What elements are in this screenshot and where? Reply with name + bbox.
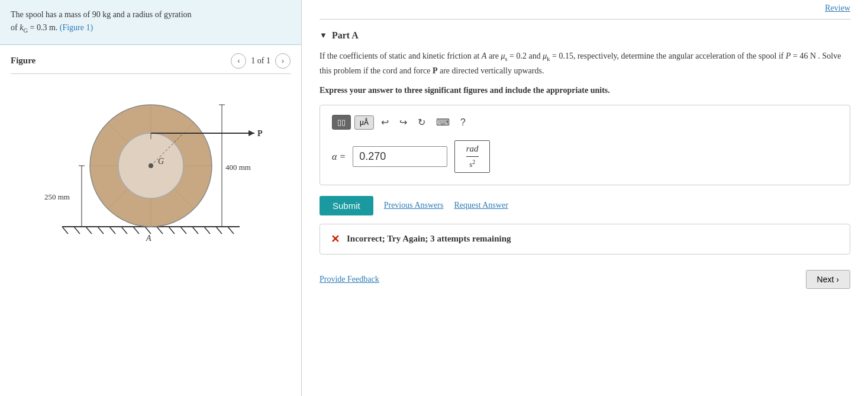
svg-line-14 [216,227,222,234]
spool-figure: G A 250 mm 400 mm [27,80,275,246]
symbol-icon: μÅ [360,118,369,127]
incorrect-text: Incorrect; Try Again; 3 attempts remaini… [347,234,511,244]
next-button[interactable]: Next › [806,270,850,289]
incorrect-box: ✕ Incorrect; Try Again; 3 attempts remai… [320,224,850,255]
a-label: A [146,234,151,243]
svg-line-9 [157,227,163,234]
next-label: Next [817,275,834,284]
part-title: Part A [332,30,359,41]
request-answer-link[interactable]: Request Answer [454,201,508,210]
figure-image-area: G A 250 mm 400 mm [0,74,301,252]
g-label: G [158,157,164,166]
undo-button[interactable]: ↩ [377,115,392,129]
svg-line-10 [169,227,175,234]
part-toggle[interactable]: ▼ [320,31,327,40]
express-line: Express your answer to three significant… [320,86,850,95]
figure-label: Figure [11,56,36,66]
problem-statement: The spool has a mass of 90 kg and a radi… [0,0,301,45]
figure-page: 1 of 1 [251,56,270,66]
svg-line-8 [145,227,151,234]
alpha-label: α = [332,152,346,162]
svg-line-4 [98,227,104,234]
unit-fraction: rad s2 [454,140,490,173]
figure-link[interactable]: (Figure 1) [60,23,93,32]
part-header: ▼ Part A [320,30,850,41]
p-label: P [257,129,263,138]
svg-marker-33 [249,130,254,136]
unit-denominator: s2 [469,158,475,170]
svg-line-12 [192,227,198,234]
dim-250-label: 250 mm [44,192,70,201]
toolbar-layout-btn[interactable]: ▯▯ [332,115,351,130]
dim-400-label: 400 mm [225,163,251,172]
question-text: If the coefficients of static and kineti… [320,49,850,78]
next-figure-button[interactable]: › [275,53,291,69]
previous-answers-link[interactable]: Previous Answers [384,201,444,210]
keyboard-icon: ⌨ [436,117,450,127]
right-panel: Review ▼ Part A If the coefficients of s… [302,0,868,396]
bottom-row: Provide Feedback Next › [320,266,850,289]
svg-line-15 [228,227,234,234]
problem-text-line1: The spool has a mass of 90 kg and a radi… [11,10,192,19]
layout-icon: ▯▯ [337,118,346,127]
k-sub: G [23,27,28,34]
svg-line-7 [133,227,139,234]
answer-container: ▯▯ μÅ ↩ ↪ ↻ ⌨ ? [320,105,850,185]
question-icon: ? [460,117,466,127]
keyboard-button[interactable]: ⌨ [433,115,453,129]
svg-line-1 [62,227,68,234]
prev-figure-button[interactable]: ‹ [231,53,246,69]
svg-line-11 [180,227,186,234]
figure-header: Figure ‹ 1 of 1 › [0,45,301,73]
problem-eq: = 0.3 m. [28,23,57,32]
left-panel: The spool has a mass of 90 kg and a radi… [0,0,302,396]
input-row: α = rad s2 [332,140,838,173]
toolbar: ▯▯ μÅ ↩ ↪ ↻ ⌨ ? [332,115,838,130]
svg-line-2 [74,227,80,234]
top-divider [320,19,850,20]
figure-nav: ‹ 1 of 1 › [231,53,291,69]
submit-row: Submit Previous Answers Request Answer [320,196,850,215]
review-link[interactable]: Review [320,0,850,19]
answer-input[interactable] [353,146,447,167]
svg-line-13 [204,227,210,234]
svg-line-3 [86,227,92,234]
svg-line-5 [109,227,115,234]
refresh-button[interactable]: ↻ [414,115,429,129]
submit-button[interactable]: Submit [320,196,373,215]
svg-line-6 [121,227,127,234]
incorrect-icon: ✕ [331,233,340,246]
unit-numerator: rad [466,143,479,157]
redo-icon: ↪ [399,117,407,127]
help-button[interactable]: ? [457,116,469,129]
toolbar-symbol-btn[interactable]: μÅ [354,115,374,130]
refresh-icon: ↻ [418,117,425,127]
redo-button[interactable]: ↪ [396,115,411,129]
undo-icon: ↩ [381,117,389,127]
next-arrow-icon: › [836,275,839,284]
provide-feedback-link[interactable]: Provide Feedback [320,275,379,284]
